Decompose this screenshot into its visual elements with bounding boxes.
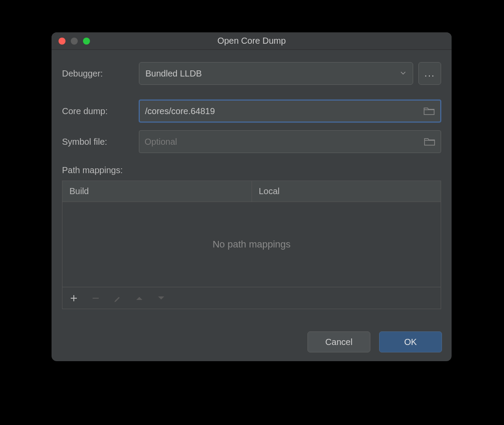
pathmappings-table: Build Local No path mappings: [62, 181, 441, 309]
column-local[interactable]: Local: [252, 181, 441, 202]
dialog-content: Debugger: Bundled LLDB ... Core dump:: [52, 50, 452, 323]
symbolfile-input-wrapper[interactable]: [139, 130, 441, 153]
column-build[interactable]: Build: [62, 181, 252, 202]
coredump-label: Core dump:: [62, 106, 139, 116]
symbolfile-input[interactable]: [145, 137, 435, 147]
folder-icon[interactable]: [424, 137, 435, 146]
table-body-empty: No path mappings: [62, 202, 441, 287]
table-header: Build Local: [62, 181, 441, 202]
close-window-icon[interactable]: [59, 38, 66, 45]
ok-button[interactable]: OK: [379, 331, 442, 352]
window-controls: [59, 38, 90, 45]
cancel-button-label: Cancel: [325, 337, 352, 347]
ok-button-label: OK: [404, 337, 417, 347]
move-up-icon[interactable]: [134, 293, 145, 303]
remove-icon[interactable]: [90, 293, 101, 303]
symbolfile-label: Symbol file:: [62, 137, 139, 147]
minimize-window-icon[interactable]: [71, 38, 78, 45]
empty-text: No path mappings: [213, 239, 291, 250]
cancel-button[interactable]: Cancel: [307, 331, 370, 352]
edit-icon[interactable]: [112, 293, 123, 303]
move-down-icon[interactable]: [156, 293, 166, 303]
debugger-label: Debugger:: [62, 69, 139, 79]
coredump-input-wrapper[interactable]: [139, 100, 441, 122]
coredump-input[interactable]: [145, 106, 435, 116]
add-icon[interactable]: [69, 293, 79, 303]
dialog-footer: Cancel OK: [52, 323, 452, 361]
debugger-more-button[interactable]: ...: [418, 62, 441, 85]
chevron-down-icon: [400, 69, 407, 79]
table-toolbar: [62, 287, 441, 309]
titlebar: Open Core Dump: [52, 32, 452, 50]
folder-icon[interactable]: [424, 107, 435, 115]
maximize-window-icon[interactable]: [83, 38, 90, 45]
debugger-select[interactable]: Bundled LLDB: [139, 62, 413, 85]
debugger-select-value: Bundled LLDB: [145, 69, 202, 79]
dialog-title: Open Core Dump: [52, 36, 452, 46]
ellipsis-icon: ...: [425, 68, 435, 79]
open-core-dump-dialog: Open Core Dump Debugger: Bundled LLDB ..…: [52, 32, 452, 361]
pathmappings-label: Path mappings:: [62, 165, 441, 175]
